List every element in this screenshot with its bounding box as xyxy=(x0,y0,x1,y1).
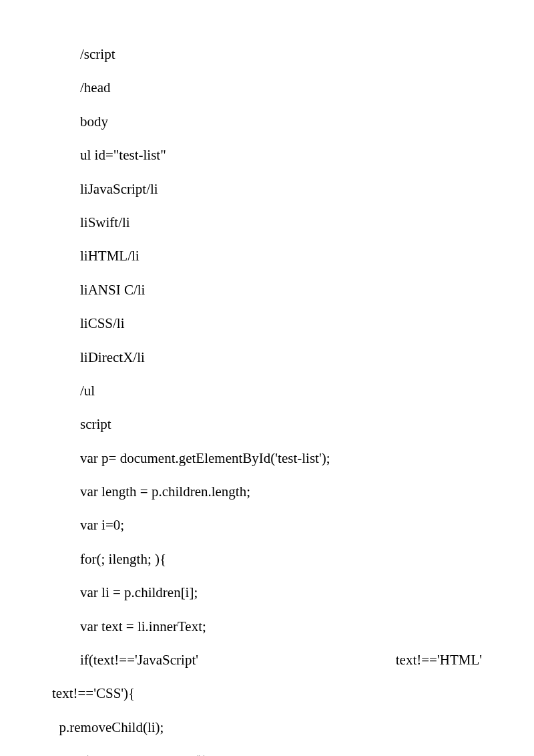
code-line: p.removeChild(li); xyxy=(52,711,482,744)
code-line: /script xyxy=(52,37,482,71)
code-line: liDirectX/li xyxy=(52,341,482,374)
code-line: liHTML/li xyxy=(52,239,482,272)
code-line: text!=='CSS'){ xyxy=(52,677,482,710)
document-page: /script /head body ul id="test-list" liJ… xyxy=(0,0,534,756)
code-line: liSwift/li xyxy=(52,206,482,239)
code-fragment-left: if(text!=='JavaScript' xyxy=(80,643,198,677)
code-line: var li = p.children[i]; xyxy=(52,576,482,609)
code-line: var text = li.innerText; xyxy=(52,610,482,643)
code-line: /head xyxy=(52,71,482,104)
code-line: for(; ilength; ){ xyxy=(52,542,482,576)
code-line: var p= document.getElementById('test-lis… xyxy=(52,441,482,475)
code-line: alert(p.children.toString()); xyxy=(52,744,482,756)
code-line: /ul xyxy=(52,374,482,407)
code-line: liANSI C/li xyxy=(52,273,482,307)
code-line: liCSS/li xyxy=(52,307,482,340)
code-line: ul id="test-list" xyxy=(52,138,482,172)
code-line: var length = p.children.length; xyxy=(52,475,482,508)
code-line: liJavaScript/li xyxy=(52,172,482,206)
code-line-justified: if(text!=='JavaScript' text!=='HTML' xyxy=(52,643,482,677)
code-fragment-right: text!=='HTML' xyxy=(396,643,482,677)
code-line: var i=0; xyxy=(52,508,482,542)
code-line: body xyxy=(52,105,482,138)
code-line: script xyxy=(52,407,482,441)
